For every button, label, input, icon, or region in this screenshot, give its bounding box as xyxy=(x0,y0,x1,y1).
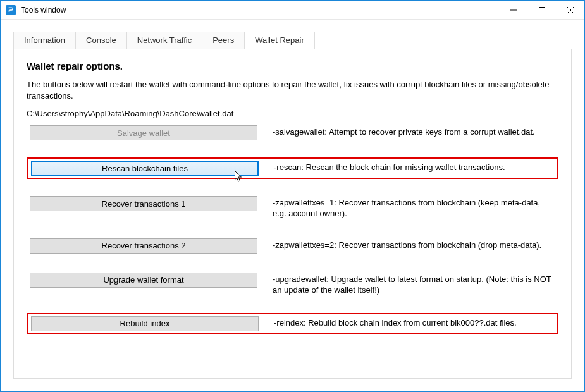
repair-row: Salvage wallet-salvagewallet: Attempt to… xyxy=(27,123,558,142)
repair-description: -salvagewallet: Attempt to recover priva… xyxy=(257,125,555,138)
button-column: Salvage wallet xyxy=(30,125,257,140)
repair-rows: Salvage wallet-salvagewallet: Attempt to… xyxy=(27,123,558,334)
upgrade-wallet-format-button[interactable]: Upgrade wallet format xyxy=(30,273,257,288)
titlebar: Tools window xyxy=(1,1,584,20)
maximize-button[interactable] xyxy=(527,1,556,19)
panel-intro: The buttons below will restart the walle… xyxy=(27,79,558,101)
button-column: Rebuild index xyxy=(31,316,259,331)
repair-row: Rebuild index-reindex: Rebuild block cha… xyxy=(27,313,558,334)
repair-row: Recover transactions 2-zapwallettxes=2: … xyxy=(27,236,558,255)
wallet-path: C:\Users\strophy\AppData\Roaming\DashCor… xyxy=(27,109,558,118)
button-column: Recover transactions 2 xyxy=(30,238,257,254)
minimize-button[interactable] xyxy=(499,1,527,19)
window-title: Tools window xyxy=(21,6,499,15)
repair-description: -reindex: Rebuild block chain index from… xyxy=(259,316,554,329)
recover-transactions-1-button[interactable]: Recover transactions 1 xyxy=(30,196,257,211)
svg-rect-0 xyxy=(539,7,545,13)
button-column: Upgrade wallet format xyxy=(30,273,257,288)
panel-heading: Wallet repair options. xyxy=(27,61,558,71)
wallet-repair-panel: Wallet repair options. The buttons below… xyxy=(13,49,572,379)
recover-transactions-2-button[interactable]: Recover transactions 2 xyxy=(30,238,257,254)
tab-strip: Information Console Network Traffic Peer… xyxy=(13,31,572,49)
repair-row: Recover transactions 1-zapwallettxes=1: … xyxy=(27,194,558,221)
close-button[interactable] xyxy=(556,1,584,19)
rescan-blockchain-files-button[interactable]: Rescan blockchain files xyxy=(31,161,259,176)
salvage-wallet-button: Salvage wallet xyxy=(30,125,257,140)
tab-peers[interactable]: Peers xyxy=(202,32,245,49)
repair-description: -zapwallettxes=1: Recover transactions f… xyxy=(257,196,555,219)
app-icon xyxy=(6,5,16,15)
client-area: Information Console Network Traffic Peer… xyxy=(1,20,584,391)
tab-console[interactable]: Console xyxy=(76,32,127,49)
repair-description: -zapwallettxes=2: Recover transactions f… xyxy=(257,238,555,251)
repair-description: -rescan: Rescan the block chain for miss… xyxy=(259,161,554,173)
button-column: Recover transactions 1 xyxy=(30,196,257,211)
repair-row: Rescan blockchain files-rescan: Rescan t… xyxy=(27,157,558,179)
rebuild-index-button[interactable]: Rebuild index xyxy=(31,316,259,331)
window-controls xyxy=(499,1,584,19)
tab-information[interactable]: Information xyxy=(13,32,76,49)
tab-network-traffic[interactable]: Network Traffic xyxy=(127,32,202,49)
tools-window: Tools window Information Console Network… xyxy=(0,0,585,392)
repair-description: -upgradewallet: Upgrade wallet to latest… xyxy=(257,273,555,296)
tab-wallet-repair[interactable]: Wallet Repair xyxy=(245,32,315,49)
button-column: Rescan blockchain files xyxy=(31,161,259,176)
repair-row: Upgrade wallet format-upgradewallet: Upg… xyxy=(27,271,558,298)
